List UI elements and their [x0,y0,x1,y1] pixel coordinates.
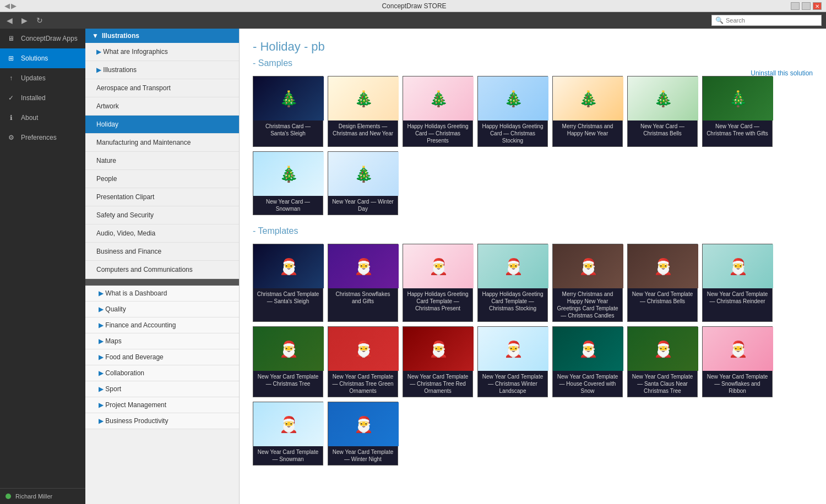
template-card-10[interactable]: 🎅 New Year Card Template — Christmas Win… [477,326,548,397]
middle-item-presentation[interactable]: Presentation Clipart [85,188,239,206]
template-card-1[interactable]: 🎅 Christmas Snowflakes and Gifts [328,244,398,322]
middle-item-people[interactable]: People [85,170,239,188]
middle-sub-item-quality[interactable]: ▶ Quality [85,302,239,317]
middle-item-illustrations[interactable]: ▶ Illustrations [85,61,239,79]
card-label: New Year Card — Winter Day [328,196,398,215]
template-card-11[interactable]: 🎅 New Year Card Template — House Covered… [552,326,623,397]
bullet-illustrations: ▶ [96,66,101,74]
middle-sub-item-finance[interactable]: ▶ Finance and Accounting [85,317,239,333]
card-thumbnail: 🎄 [253,152,324,196]
card-thumbnail: 🎅 [703,327,773,371]
card-thumbnail: 🎅 [253,402,324,446]
card-label: New Year Card Template — Christmas Tree … [328,371,398,397]
template-card-8[interactable]: 🎅 New Year Card Template — Christmas Tre… [328,326,398,397]
middle-sub-item-project[interactable]: ▶ Project Management [85,397,239,413]
card-thumbnail: 🎅 [703,244,773,288]
uninstall-link[interactable]: Uninstall this solution [751,69,813,77]
card-thumbnail: 🎅 [328,327,399,371]
middle-item-computers[interactable]: Computers and Communications [85,261,239,279]
template-card-7[interactable]: 🎅 New Year Card Template — Christmas Tre… [253,326,323,397]
sample-card-4[interactable]: 🎄 Merry Christmas and Happy New Year [552,76,623,147]
template-card-13[interactable]: 🎅 New Year Card Template — Snowflakes an… [702,326,773,397]
middle-item-manufacturing[interactable]: Manufacturing and Maintenance [85,134,239,152]
sample-card-6[interactable]: 🎄 New Year Card — Christmas Tree with Gi… [702,76,773,147]
middle-sub-item-food[interactable]: ▶ Food and Beverage [85,349,239,365]
sample-card-7[interactable]: 🎄 New Year Card — Snowman [253,151,323,215]
template-card-2[interactable]: 🎅 Happy Holidays Greeting Card Template … [403,244,473,322]
card-label: New Year Card — Snowman [253,196,323,215]
nav-forward-icon[interactable]: ▶ [11,2,17,10]
sidebar-item-solutions[interactable]: ⊞ Solutions [0,48,85,68]
sidebar-label-preferences: Preferences [21,134,57,141]
sidebar-label-updates: Updates [21,74,46,82]
template-card-9[interactable]: 🎅 New Year Card Template — Christmas Tre… [403,326,473,397]
sample-card-1[interactable]: 🎄 Design Elements — Christmas and New Ye… [328,76,398,147]
card-thumbnail: 🎄 [553,76,623,120]
card-thumbnail: 🎅 [328,402,399,446]
sample-card-2[interactable]: 🎄 Happy Holidays Greeting Card — Christm… [403,76,473,147]
illustrations-header-label: Illustrations [102,32,139,40]
middle-sub-item-dashboard[interactable]: ▶ What is a Dashboard [85,286,239,302]
card-label: Design Elements — Christmas and New Year [328,120,398,139]
back-button[interactable]: ◀ [4,15,15,26]
sidebar-item-about[interactable]: ℹ About [0,108,85,128]
restore-button[interactable]: □ [802,2,811,10]
card-label: New Year Card Template — Christmas Tree [253,371,323,390]
illustrations-collapse-icon: ▼ [92,32,99,40]
forward-button[interactable]: ▶ [19,15,30,26]
template-card-0[interactable]: 🎅 Christmas Card Template — Santa's Slei… [253,244,323,322]
card-thumbnail: 🎅 [328,244,399,288]
bullet-infographics: ▶ [96,48,101,56]
template-card-4[interactable]: 🎅 Merry Christmas and Happy New Year Gre… [552,244,623,322]
sidebar-item-preferences[interactable]: ⚙ Preferences [0,128,85,147]
search-box[interactable]: 🔍 [711,15,822,26]
middle-item-aerospace[interactable]: Aerospace and Transport [85,79,239,97]
sidebar-item-conceptdraw-apps[interactable]: 🖥 ConceptDraw Apps [0,29,85,48]
middle-item-safety[interactable]: Safety and Security [85,206,239,224]
nav-back-icon[interactable]: ◀ [4,2,10,10]
middle-item-artwork[interactable]: Artwork [85,97,239,116]
label-infographics: What are Infographics [103,48,167,56]
middle-item-what-are-infographics[interactable]: ▶ What are Infographics [85,43,239,61]
middle-item-nature[interactable]: Nature [85,152,239,170]
card-label: Christmas Snowflakes and Gifts [328,288,398,307]
middle-header-illustrations: ▼ Illustrations [85,29,239,43]
user-profile: Richard Miller [0,488,85,504]
card-thumbnail: 🎄 [703,76,773,120]
sample-card-3[interactable]: 🎄 Happy Holidays Greeting Card — Christm… [477,76,548,147]
card-label: New Year Card Template — Snowflakes and … [703,371,772,397]
template-card-14[interactable]: 🎅 New Year Card Template — Snowman [253,402,323,465]
user-name: Richard Miller [15,493,52,500]
card-label: New Year Card Template — Winter Night [328,446,398,465]
card-thumbnail: 🎄 [328,76,399,120]
window-title: ConceptDraw STORE [37,2,791,10]
middle-item-audio[interactable]: Audio, Video, Media [85,224,239,243]
middle-sub-item-collaboration[interactable]: ▶ Collaboration [85,365,239,381]
sample-card-8[interactable]: 🎄 New Year Card — Winter Day [328,151,398,215]
search-input[interactable] [726,17,818,24]
sidebar-label-solutions: Solutions [21,54,48,62]
middle-sub-item-productivity[interactable]: ▶ Business Productivity [85,413,239,429]
refresh-button[interactable]: ↻ [34,15,45,26]
app-body: 🖥 ConceptDraw Apps ⊞ Solutions ↑ Updates… [0,29,826,504]
template-card-6[interactable]: 🎅 New Year Card Template — Christmas Rei… [702,244,773,322]
card-label: Happy Holidays Greeting Card — Christmas… [478,120,547,146]
sample-card-0[interactable]: 🎄 Christmas Card — Santa's Sleigh [253,76,323,147]
sidebar-item-updates[interactable]: ↑ Updates [0,68,85,88]
template-card-5[interactable]: 🎅 New Year Card Template — Christmas Bel… [627,244,698,322]
title-bar: ◀ ▶ ConceptDraw STORE − □ ✕ [0,0,826,12]
middle-sub-item-maps[interactable]: ▶ Maps [85,333,239,349]
middle-sub-item-sport[interactable]: ▶ Sport [85,381,239,397]
middle-item-holiday[interactable]: Holiday [85,116,239,134]
card-thumbnail: 🎄 [403,76,474,120]
middle-item-business[interactable]: Business and Finance [85,243,239,261]
sample-card-5[interactable]: 🎄 New Year Card — Christmas Bells [627,76,698,147]
close-button[interactable]: ✕ [813,2,822,10]
template-card-15[interactable]: 🎅 New Year Card Template — Winter Night [328,402,398,465]
minimize-button[interactable]: − [791,2,800,10]
template-card-12[interactable]: 🎅 New Year Card Template — Santa Claus N… [627,326,698,397]
card-label: New Year Card — Christmas Tree with Gift… [703,120,772,139]
template-card-3[interactable]: 🎅 Happy Holidays Greeting Card Template … [477,244,548,322]
sidebar-item-installed[interactable]: ✓ Installed [0,88,85,108]
card-thumbnail: 🎄 [478,76,548,120]
